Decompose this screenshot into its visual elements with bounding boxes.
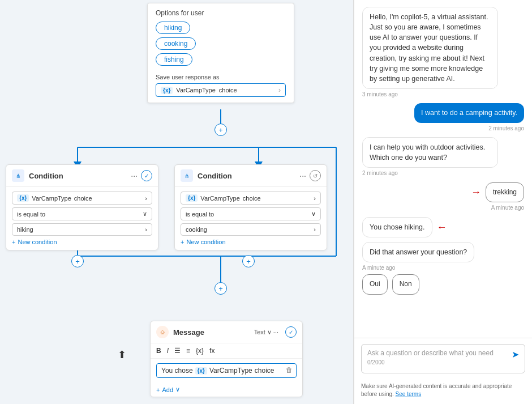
chat-panel: Hello, I'm copilot-5, a virtual assistan… — [354, 0, 532, 404]
yes-label: Oui — [370, 280, 380, 288]
condition1-title: Condition — [29, 172, 126, 180]
var-name: VarCampType — [176, 87, 216, 93]
c2-var-name: VarCampType — [200, 195, 240, 202]
c1-var-name: VarCampType — [32, 195, 71, 202]
no-label: Non — [400, 280, 412, 288]
option-fishing[interactable]: fishing — [156, 53, 192, 66]
plus-circle-bot[interactable]: + — [214, 282, 227, 295]
var-button[interactable]: {x} — [196, 347, 204, 355]
condition-card-2: ⋔ Condition ··· ↺ {x} VarCampType choice… — [174, 164, 327, 250]
condition2-title: Condition — [198, 172, 295, 180]
c1-value: hiking — [17, 226, 33, 233]
chevron-right-icon: › — [278, 86, 281, 94]
c1-dropdown-icon: ∨ — [143, 210, 147, 218]
italic-button[interactable]: I — [167, 347, 169, 355]
msg-var-tag: {x} — [195, 367, 207, 375]
var-tag: {x} — [161, 87, 173, 94]
add-plus-icon: + — [156, 386, 160, 393]
cursor: ⬆ — [118, 348, 126, 361]
condition1-value-row[interactable]: hiking › — [12, 223, 152, 236]
save-response-label: Save user response as — [156, 74, 286, 80]
condition2-value-row[interactable]: cooking › — [181, 223, 321, 236]
bot-bubble2: You chose hiking. — [362, 217, 432, 237]
condition2-undo[interactable]: ↺ — [310, 170, 321, 181]
content-prefix: You chose — [161, 367, 193, 375]
message-body: You chose {x} VarCampType choice 🗑 — [151, 359, 302, 382]
chat-footer: Make sure AI-generated content is accura… — [354, 379, 532, 404]
condition-card-1: ⋔ Condition ··· ✓ {x} VarCampType choice… — [6, 164, 158, 250]
bot-question-time: A minute ago — [362, 264, 474, 273]
plus-icon-mid: + — [246, 257, 251, 266]
user-bubble1: I want to do a camping activity. — [414, 103, 524, 122]
user-msg1-text: I want to do a camping activity. — [421, 109, 517, 117]
ul-button[interactable]: ☰ — [174, 347, 181, 355]
condition1-check[interactable]: ✓ — [141, 170, 152, 181]
btn-no[interactable]: Non — [392, 274, 419, 294]
option-cooking[interactable]: cooking — [156, 37, 196, 50]
chat-messages: Hello, I'm copilot-5, a virtual assistan… — [354, 0, 532, 338]
var-pill[interactable]: {x} VarCampType choice › — [156, 83, 286, 97]
condition2-add[interactable]: + New condition — [181, 239, 321, 245]
bot-question-bubble: Did that answer your question? — [362, 242, 474, 262]
chat-input-box[interactable]: Ask a question or describe what you need… — [361, 344, 525, 373]
send-button[interactable]: ➤ — [512, 349, 519, 360]
message-card: ☺ Message Text ∨ ··· ✓ B I ☰ ≡ {x} fx Yo… — [150, 321, 303, 397]
user-option-text: trekking — [493, 188, 517, 196]
canvas-area: Options for user hiking cooking fishing … — [0, 0, 354, 404]
c2-plus-icon: + — [181, 239, 184, 245]
condition1-operator[interactable]: is equal to ∨ — [12, 207, 152, 220]
c1-var-type: choice — [74, 195, 92, 202]
msg-var-name: VarCampType — [209, 367, 252, 375]
option-hiking[interactable]: hiking — [156, 22, 190, 34]
c1-chevron: › — [145, 195, 147, 202]
add-chevron: ∨ — [175, 386, 180, 393]
plus-icon-bot: + — [218, 284, 223, 293]
delete-icon[interactable]: 🗑 — [286, 366, 293, 374]
plus-circle-left[interactable]: + — [71, 255, 84, 267]
c1-operator: is equal to — [17, 211, 45, 218]
chat-options-row: Oui Non — [362, 274, 474, 294]
option-time: A minute ago — [471, 204, 524, 212]
condition2-var-row[interactable]: {x} VarCampType choice › — [181, 192, 321, 205]
bot-bubble1: I can help you with outdoor activities. … — [362, 137, 498, 168]
option-bubble: trekking — [486, 182, 524, 202]
options-card: Options for user hiking cooking fishing … — [147, 3, 294, 103]
message-type[interactable]: Text ∨ ··· — [254, 329, 278, 336]
c2-value: cooking — [186, 226, 207, 233]
bold-button[interactable]: B — [156, 347, 161, 355]
plus-circle-top[interactable]: + — [214, 124, 227, 136]
message-title: Message — [173, 328, 250, 337]
bot-msg1-text: I can help you with outdoor activities. … — [370, 143, 485, 161]
message-type-label: Text — [254, 329, 265, 335]
add-row[interactable]: + Add ∨ — [151, 386, 302, 397]
message-check[interactable]: ✓ — [285, 326, 297, 338]
red-arrow-icon2: ← — [437, 220, 447, 235]
red-arrow-icon: → — [471, 185, 481, 199]
plus-circle-mid[interactable]: + — [242, 255, 255, 267]
c1-plus-icon: + — [12, 239, 15, 245]
btn-yes[interactable]: Oui — [362, 274, 388, 294]
chat-bot-question: Did that answer your question? A minute … — [362, 242, 474, 295]
message-content-row[interactable]: You chose {x} VarCampType choice 🗑 — [156, 363, 297, 378]
condition2-operator[interactable]: is equal to ∨ — [181, 207, 321, 220]
condition2-dots[interactable]: ··· — [299, 171, 306, 180]
chat-bot-msg1: I can help you with outdoor activities. … — [362, 137, 498, 178]
char-counter: 0/2000 — [367, 359, 512, 365]
condition1-dots[interactable]: ··· — [131, 171, 138, 180]
c2-operator: is equal to — [186, 211, 214, 218]
condition1-add[interactable]: + New condition — [12, 239, 152, 245]
user-time1: 2 minutes ago — [414, 125, 524, 133]
c1-add-label: New condition — [18, 239, 57, 245]
message-dots[interactable]: ··· — [273, 329, 278, 335]
chat-bot-intro: Hello, I'm copilot-5, a virtual assistan… — [362, 7, 498, 99]
ol-button[interactable]: ≡ — [186, 347, 190, 355]
footer-text: Make sure AI-generated content is accura… — [361, 383, 512, 397]
condition1-var-row[interactable]: {x} VarCampType choice › — [12, 192, 152, 205]
bot-msg2-text: You chose hiking. — [370, 223, 425, 231]
chat-user-option: → trekking A minute ago — [471, 182, 524, 212]
message-icon: ☺ — [156, 326, 169, 338]
footer-link[interactable]: See terms — [396, 391, 422, 397]
fx-button[interactable]: fx — [209, 347, 214, 355]
chat-user-msg1: I want to do a camping activity. 2 minut… — [414, 103, 524, 133]
bot-question-text: Did that answer your question? — [370, 248, 467, 256]
